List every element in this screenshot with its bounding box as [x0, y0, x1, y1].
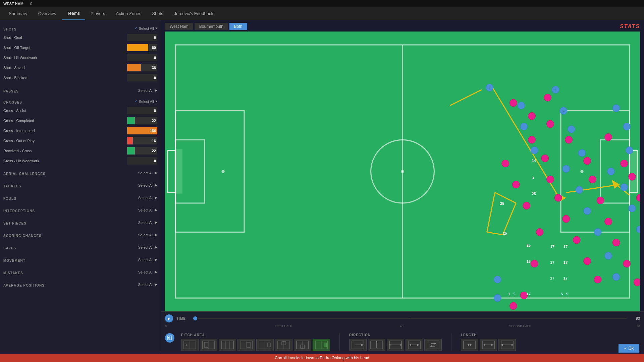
svg-point-43	[578, 149, 586, 157]
tab-west-ham[interactable]: West Ham	[165, 23, 193, 30]
svg-point-182	[168, 337, 169, 339]
pitch-area-btn-1[interactable]	[181, 339, 199, 351]
length-btn-1[interactable]	[461, 339, 478, 351]
svg-point-96	[612, 239, 620, 246]
stat-shot-goal: Shot - Goal 0	[3, 33, 157, 42]
svg-point-55	[636, 226, 640, 233]
stat-shot-off-target: Shot - Off Target 60	[3, 43, 157, 52]
svg-point-106	[634, 279, 640, 286]
passes-select-all[interactable]: Select All ▶	[138, 88, 157, 93]
tab-bournemouth[interactable]: Bournemouth	[195, 23, 228, 30]
svg-text:25: 25	[503, 231, 507, 235]
svg-point-81	[547, 176, 554, 183]
svg-line-14	[492, 87, 561, 200]
aerial-select-all[interactable]: Select All ▶	[138, 171, 157, 175]
saves-select-all[interactable]: Select All ▶	[138, 245, 157, 249]
svg-text:16: 16	[527, 259, 531, 263]
pitch-area-btn-3[interactable]	[219, 339, 236, 351]
tab-feedback[interactable]: Jurcevic's Feedback	[169, 7, 219, 20]
left-panel: SHOTS ✓ Select All ▾ Shot - Goal 0 Shot …	[0, 20, 161, 354]
tab-teams[interactable]: Teams	[62, 7, 85, 20]
svg-point-80	[621, 160, 628, 167]
length-buttons	[461, 339, 516, 351]
pitch-area-btn-6[interactable]	[275, 339, 292, 351]
timeline-thumb[interactable]	[193, 316, 197, 320]
stat-cross-out-of-play: Cross - Out of Play 16	[3, 136, 157, 145]
svg-point-60	[612, 273, 620, 281]
svg-point-3	[401, 170, 404, 173]
svg-point-79	[584, 157, 591, 165]
tab-players[interactable]: Players	[85, 7, 110, 20]
direction-section: DIRECTION	[349, 333, 442, 351]
svg-point-11	[580, 170, 583, 173]
svg-point-72	[544, 94, 551, 101]
mistakes-select-all[interactable]: Select All ▶	[138, 270, 157, 274]
saves-header: SAVES	[3, 246, 16, 250]
svg-text:3: 3	[555, 88, 556, 92]
svg-point-85	[554, 194, 562, 201]
svg-line-17	[487, 192, 495, 232]
avg-positions-select-all[interactable]: Select All ▶	[138, 282, 157, 287]
pitch-area-buttons	[181, 339, 330, 351]
shots-select-all[interactable]: ✓ Select All ▾	[135, 26, 157, 31]
svg-rect-188	[205, 342, 208, 348]
svg-text:25: 25	[527, 243, 531, 247]
tab-shots[interactable]: Shots	[147, 7, 168, 20]
svg-point-61	[494, 276, 501, 283]
svg-point-44	[626, 147, 633, 154]
team-name: WEST HAM	[3, 2, 23, 6]
svg-text:3: 3	[532, 176, 534, 180]
interceptions-header: INTERCEPTIONS	[3, 209, 35, 213]
svg-point-46	[607, 168, 614, 175]
svg-text:17: 17	[550, 260, 554, 264]
svg-point-87	[636, 194, 640, 201]
tab-overview[interactable]: Overview	[33, 7, 62, 20]
crosses-select-all[interactable]: ✓ Select All ▾	[135, 99, 157, 104]
svg-point-39	[568, 126, 575, 133]
stat-cross-assist: Cross - Assist 0	[3, 106, 157, 115]
movement-select-all[interactable]: Select All ▶	[138, 257, 157, 262]
length-btn-3[interactable]	[498, 339, 516, 351]
timeline-label: TIME	[176, 317, 190, 320]
svg-point-101	[623, 260, 631, 267]
pitch-filter-icon[interactable]	[165, 333, 174, 343]
interceptions-select-all[interactable]: Select All ▶	[138, 208, 157, 212]
pitch-area-btn-8[interactable]	[313, 339, 330, 351]
svg-point-78	[541, 155, 549, 162]
svg-point-40	[623, 123, 631, 130]
direction-btn-3[interactable]	[387, 339, 404, 351]
pitch-area: 9 3 9	[161, 32, 644, 311]
tab-action-zones[interactable]: Action Zones	[110, 7, 147, 20]
timeline-play-icon[interactable]: ▶	[165, 314, 173, 322]
passes-header: PASSES	[3, 89, 19, 93]
svg-line-16	[495, 192, 516, 203]
tab-both[interactable]: Both	[229, 23, 247, 30]
crosses-header: CROSSES	[3, 101, 22, 104]
pitch-area-btn-4[interactable]	[237, 339, 255, 351]
direction-btn-5[interactable]	[424, 339, 442, 351]
direction-btn-4[interactable]	[406, 339, 423, 351]
svg-text:5: 5	[561, 292, 563, 296]
timeline-track[interactable]	[193, 318, 627, 319]
direction-btn-2[interactable]	[368, 339, 385, 351]
svg-point-185	[185, 344, 187, 346]
controls-area: PITCH AREA	[161, 330, 644, 354]
svg-point-100	[584, 257, 591, 265]
tackles-select-all[interactable]: Select All ▶	[138, 183, 157, 187]
tab-summary[interactable]: Summary	[3, 7, 33, 20]
length-btn-2[interactable]	[480, 339, 497, 351]
scoring-chances-select-all[interactable]: Select All ▶	[138, 233, 157, 237]
svg-point-116	[509, 302, 517, 310]
stat-cross-intercepted: Cross - Intercepted 186	[3, 126, 157, 135]
pitch-area-btn-7[interactable]	[294, 339, 311, 351]
svg-marker-232	[491, 344, 494, 346]
direction-btn-1[interactable]	[349, 339, 367, 351]
fouls-select-all[interactable]: Select All ▶	[138, 195, 157, 200]
svg-point-112	[523, 202, 530, 209]
pitch-area-btn-2[interactable]	[200, 339, 217, 351]
pitch-area-btn-5[interactable]	[256, 339, 274, 351]
set-pieces-select-all[interactable]: Select All ▶	[138, 220, 157, 225]
svg-text:17: 17	[550, 245, 554, 249]
svg-text:25: 25	[532, 192, 536, 196]
ok-button[interactable]: ✓ Ok	[619, 344, 639, 353]
